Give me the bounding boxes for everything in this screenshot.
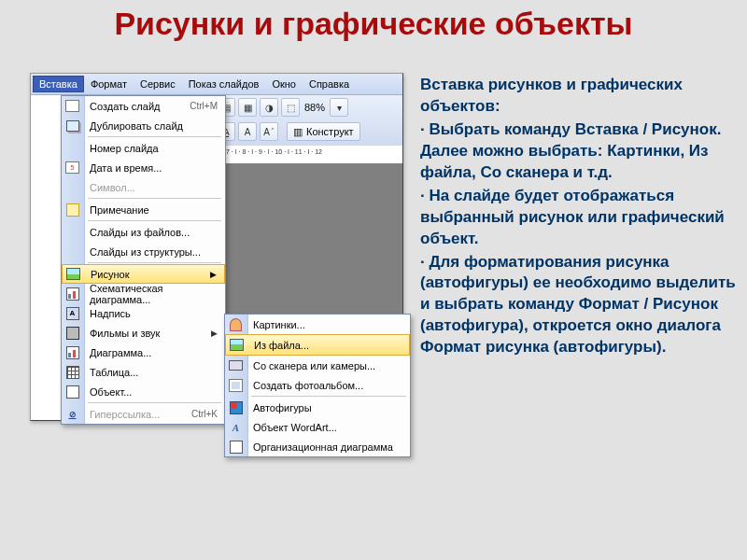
menu-item-duplicate-slide[interactable]: Дублировать слайд [62, 116, 225, 135]
desc-line: · На слайде будет отображаться выбранный… [420, 186, 738, 250]
menu-item-slides-from-files[interactable]: Слайды из файлов... [62, 222, 225, 242]
konstruktor-label: Конструкт [306, 126, 354, 137]
submenu-item-autoshapes[interactable]: Автофигуры [225, 398, 410, 417]
scanner-icon [228, 357, 244, 373]
menu-item-label: Номер слайда [90, 143, 159, 154]
menu-spravka[interactable]: Справка [303, 76, 356, 92]
submenu-item-wordart[interactable]: A Объект WordArt... [225, 417, 410, 437]
menu-item-label: Рисунок [91, 269, 130, 280]
description-text: Вставка рисунков и графических объектов:… [420, 75, 738, 360]
picture-submenu: Картинки... Из файла... Со сканера или к… [224, 314, 411, 457]
menu-separator [88, 136, 221, 137]
font-button-icon[interactable]: Aˊ [260, 122, 278, 141]
menu-item-label: Дата и время... [90, 162, 162, 174]
font-button-icon[interactable]: A [238, 122, 257, 141]
menu-item-label: Объект... [90, 386, 132, 398]
menu-vstavka[interactable]: Вставка [33, 76, 84, 92]
menu-item-comment[interactable]: Примечание [62, 200, 225, 219]
layout-icon: ▥ [293, 126, 303, 138]
menu-item-label: Примечание [90, 204, 149, 216]
album-icon [228, 377, 244, 393]
menu-item-label: Надпись [90, 308, 131, 319]
menu-item-label: Дублировать слайд [90, 120, 183, 132]
menu-separator [88, 220, 221, 221]
menu-pokaz-slaydov[interactable]: Показ слайдов [182, 76, 266, 92]
menu-item-label: Диаграмма... [90, 347, 151, 358]
object-icon [64, 384, 80, 399]
menu-item-label: Объект WordArt... [253, 422, 337, 433]
menu-item-label: Картинки... [253, 319, 305, 330]
submenu-item-clipart[interactable]: Картинки... [225, 315, 410, 334]
menu-separator [88, 198, 221, 199]
movie-icon [64, 325, 80, 341]
menu-item-textbox[interactable]: A Надпись [62, 303, 225, 323]
picture-icon [65, 266, 81, 282]
hyperlink-icon: ⊘ [64, 406, 80, 422]
org-chart-icon [228, 439, 244, 455]
note-icon [64, 202, 80, 217]
app-screenshot: Вставка Формат Сервис Показ слайдов Окно… [30, 73, 403, 421]
menu-item-label: Схематическая диаграмма... [90, 283, 218, 305]
menu-item-slides-from-outline[interactable]: Слайды из структуры... [62, 242, 225, 261]
menu-item-diagram[interactable]: Схематическая диаграмма... [62, 284, 225, 303]
menu-item-new-slide[interactable]: Создать слайд Ctrl+M [62, 96, 225, 116]
zoom-dropdown-icon[interactable]: ▾ [330, 98, 348, 117]
desc-line: · Для форматирования рисунка (автофигуры… [420, 252, 738, 359]
menu-item-label: Слайды из файлов... [90, 227, 190, 238]
submenu-item-from-scanner[interactable]: Со сканера или камеры... [225, 356, 410, 375]
menu-item-slide-number[interactable]: Номер слайда [62, 138, 225, 158]
new-slide-icon [64, 98, 80, 114]
menu-item-symbol: Символ... [62, 177, 225, 197]
submenu-arrow-icon: ▶ [210, 270, 217, 279]
zoom-value[interactable]: 88% [303, 102, 327, 113]
menu-item-picture[interactable]: Рисунок ▶ [62, 264, 225, 284]
toolbar-button-icon[interactable]: ◑ [260, 98, 278, 117]
person-icon [228, 316, 244, 332]
submenu-item-photo-album[interactable]: Создать фотоальбом... [225, 375, 410, 395]
date-icon: 5 [64, 160, 80, 175]
menu-item-label: Таблица... [90, 367, 138, 378]
menu-item-object[interactable]: Объект... [62, 382, 225, 401]
submenu-arrow-icon: ▶ [211, 329, 218, 338]
menu-item-table[interactable]: Таблица... [62, 362, 225, 382]
toolbar-button-icon[interactable]: ⬚ [281, 98, 300, 117]
menu-item-label: Гиперссылка... [90, 409, 160, 420]
menu-item-chart[interactable]: Диаграмма... [62, 343, 225, 362]
menu-item-label: Из файла... [254, 340, 309, 351]
shapes-icon [228, 399, 244, 415]
submenu-item-from-file[interactable]: Из файла... [225, 334, 410, 356]
slide-title: Рисунки и графические объекты [0, 6, 747, 42]
from-file-icon [229, 337, 245, 353]
menu-item-label: Организационная диаграмма [253, 441, 393, 453]
menu-item-label: Фильмы и звук [90, 328, 160, 339]
menu-okno[interactable]: Окно [265, 76, 303, 92]
menu-separator [88, 262, 221, 263]
submenu-item-org-chart[interactable]: Организационная диаграмма [225, 437, 410, 456]
menu-item-label: Автофигуры [253, 402, 312, 413]
menu-item-date-time[interactable]: 5 Дата и время... [62, 158, 225, 177]
desc-heading: Вставка рисунков и графических объектов: [420, 75, 738, 118]
wordart-icon: A [228, 419, 244, 435]
diagram-icon [64, 286, 80, 301]
textbox-icon: A [64, 305, 80, 321]
menu-item-label: Слайды из структуры... [90, 246, 201, 258]
menu-servis[interactable]: Сервис [134, 76, 182, 92]
table-icon [64, 364, 80, 380]
toolbar-button-icon[interactable]: ▦ [238, 98, 257, 117]
chart-icon [64, 344, 80, 360]
menu-item-label: Со сканера или камеры... [253, 360, 375, 371]
menu-item-label: Создать фотоальбом... [253, 380, 363, 391]
menu-item-shortcut: Ctrl+M [190, 101, 218, 111]
konstruktor-button[interactable]: ▥ Конструкт [287, 122, 360, 141]
menu-separator [251, 396, 406, 397]
desc-line: · Выбрать команду Вставка / Рисунок. Дал… [420, 119, 738, 184]
menu-separator [88, 402, 221, 403]
menu-item-hyperlink: ⊘ Гиперссылка... Ctrl+K [62, 404, 225, 424]
menu-format[interactable]: Формат [84, 76, 134, 92]
menu-item-label: Символ... [90, 182, 135, 193]
menu-item-shortcut: Ctrl+K [191, 409, 218, 419]
menubar: Вставка Формат Сервис Показ слайдов Окно… [31, 74, 402, 95]
menu-item-label: Создать слайд [90, 101, 160, 112]
insert-menu-dropdown: Создать слайд Ctrl+M Дублировать слайд Н… [61, 95, 226, 425]
menu-item-movies-sound[interactable]: Фильмы и звук ▶ [62, 323, 225, 343]
